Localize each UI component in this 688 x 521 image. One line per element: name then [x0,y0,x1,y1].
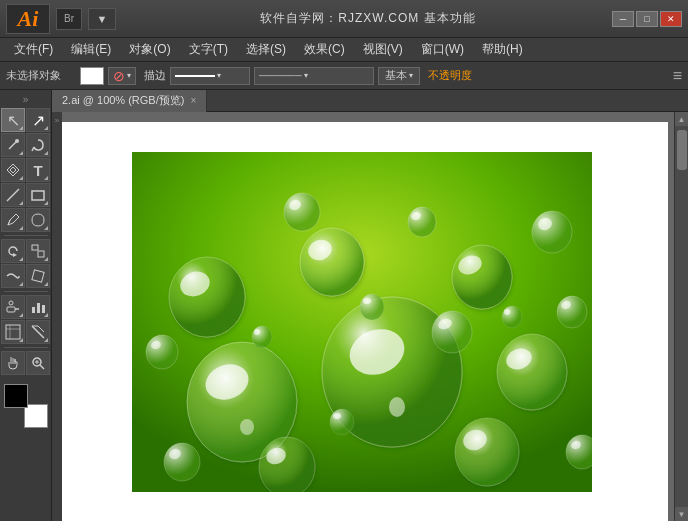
basic-dropdown[interactable]: 基本 ▾ [378,67,420,85]
rotate-tool[interactable] [1,239,25,263]
tab-bar: 2.ai @ 100% (RGB/预览) × [52,90,688,112]
stroke-width-selector[interactable]: ────── ▾ [254,67,374,85]
warp-tools-row [1,264,50,288]
selection-tools-row: ↖ ↗ [1,108,50,132]
stroke-selector[interactable]: ▾ [170,67,250,85]
content-area: 2.ai @ 100% (RGB/预览) × [52,90,688,521]
menu-window[interactable]: 窗口(W) [413,39,472,60]
slice-tools-row [1,320,50,344]
svg-point-12 [9,301,13,305]
pen-tools-row: T [1,158,50,182]
menu-select[interactable]: 选择(S) [238,39,294,60]
line-tools-row [1,183,50,207]
tool-separator-3 [4,347,48,348]
svg-rect-10 [7,307,15,312]
pencil-tool[interactable] [1,208,25,232]
svg-line-21 [40,365,44,369]
symbol-tools-row [1,295,50,319]
br-logo[interactable]: Br [56,8,82,30]
selection-tool[interactable]: ↖ [1,108,25,132]
tab-close-button[interactable]: × [190,95,196,106]
menu-edit[interactable]: 编辑(E) [63,39,119,60]
rect-tool[interactable] [26,183,50,207]
selection-status: 未选择对象 [6,68,76,83]
blob-brush-tool[interactable] [26,208,50,232]
document-tab[interactable]: 2.ai @ 100% (RGB/预览) × [52,90,207,112]
zoom-tool[interactable] [26,351,50,375]
svg-rect-13 [32,307,35,313]
svg-point-45 [408,207,436,237]
scale-tool[interactable] [26,239,50,263]
scroll-up-button[interactable]: ▲ [675,112,689,126]
svg-point-39 [259,437,315,492]
svg-rect-14 [37,303,40,313]
maximize-button[interactable]: □ [636,11,658,27]
scroll-down-button[interactable]: ▼ [675,507,689,521]
scroll-thumb[interactable] [677,130,687,170]
svg-point-41 [455,418,519,486]
svg-rect-9 [32,270,44,282]
svg-rect-16 [6,325,20,339]
hand-tool[interactable] [1,351,25,375]
artboard-tool[interactable] [1,320,25,344]
lasso-tool[interactable] [26,133,50,157]
tool-separator-1 [4,235,48,236]
svg-point-57 [432,311,472,353]
svg-point-60 [254,329,260,335]
menu-effect[interactable]: 效果(C) [296,39,353,60]
scrollbar-right[interactable]: ▲ ▼ [674,112,688,521]
close-button[interactable]: ✕ [660,11,682,27]
menu-type[interactable]: 文字(T) [181,39,236,60]
svg-point-33 [300,228,364,296]
svg-marker-6 [13,253,17,257]
direct-selection-tool[interactable]: ↗ [26,108,50,132]
foreground-color[interactable] [4,384,28,408]
toolbar-expand[interactable]: » [23,94,29,105]
svg-point-61 [360,294,384,320]
minimize-button[interactable]: ─ [612,11,634,27]
svg-line-3 [7,189,19,201]
menu-bar: 文件(F) 编辑(E) 对象(O) 文字(T) 选择(S) 效果(C) 视图(V… [0,38,688,62]
artwork [132,152,592,492]
slice-tool[interactable] [26,320,50,344]
options-bar: 未选择对象 ⊘▾ 描边 ▾ ────── ▾ 基本 ▾ 不透明度 ≡ [0,62,688,90]
svg-line-19 [32,326,44,338]
rotate-tools-row [1,239,50,263]
menu-help[interactable]: 帮助(H) [474,39,531,60]
menu-object[interactable]: 对象(O) [121,39,178,60]
opacity-label[interactable]: 不透明度 [428,68,472,83]
free-transform-tool[interactable] [26,264,50,288]
ai-logo: Ai [6,4,50,34]
magic-wand-tool[interactable] [1,133,25,157]
pen-tool[interactable] [1,158,25,182]
svg-point-30 [240,419,254,435]
svg-rect-15 [42,305,45,313]
main-area: » ↖ ↗ [0,90,688,521]
brush-tools-row [1,208,50,232]
svg-point-55 [566,435,592,469]
svg-point-66 [333,413,341,419]
line-tool[interactable] [1,183,25,207]
options-more[interactable]: ≡ [673,67,682,85]
svg-point-65 [330,409,354,435]
left-ruler-area: » [52,112,62,521]
column-graph-tool[interactable] [26,295,50,319]
water-drops-image [132,152,592,492]
svg-point-47 [532,211,572,253]
svg-point-1 [15,139,19,143]
warp-tool[interactable] [1,264,25,288]
doc-switcher[interactable]: ▼ [88,8,116,30]
title-center: 软件自学网：RJZXW.COM 基本功能 [124,10,612,27]
svg-point-59 [252,326,272,348]
menu-file[interactable]: 文件(F) [6,39,61,60]
tab-label: 2.ai @ 100% (RGB/预览) [62,93,184,108]
svg-point-35 [452,245,512,309]
svg-point-64 [504,309,510,315]
menu-view[interactable]: 视图(V) [355,39,411,60]
fill-color-box[interactable] [80,67,104,85]
fill-dropdown[interactable]: ⊘▾ [108,67,136,85]
svg-rect-7 [32,245,38,250]
type-tool[interactable]: T [26,158,50,182]
symbol-sprayer-tool[interactable] [1,295,25,319]
canvas-area[interactable]: ▲ ▼ » [52,112,688,521]
